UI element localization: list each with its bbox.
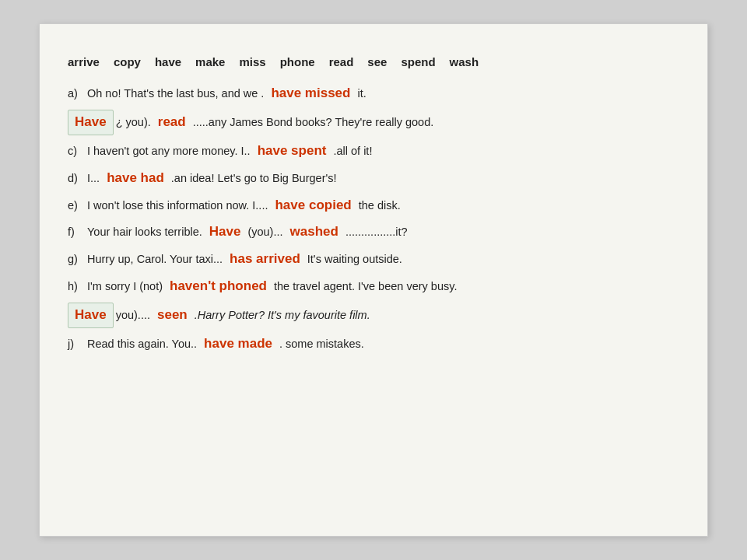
word-box-item: copy — [114, 55, 141, 68]
sentence-row: c)I haven't got any more money. I..have … — [68, 140, 679, 163]
sentence-label: d) — [68, 169, 85, 188]
answer-text: has arrived — [225, 248, 305, 271]
sentence-label: a) — [68, 84, 85, 103]
word-box-item: wash — [450, 55, 479, 68]
sentence-static-text: I... — [87, 169, 100, 188]
answer-box-text: Have — [68, 110, 114, 135]
sentence-static-text: ................it? — [345, 222, 408, 242]
answer-text: seen — [153, 304, 192, 327]
word-box: arrivecopyhavemakemissphonereadseespendw… — [68, 55, 679, 68]
sentence-row: e)I won't lose this information now. I..… — [68, 194, 679, 217]
sentence-row: f)Your hair looks terrible.Have(you)...w… — [68, 221, 679, 243]
word-box-item: read — [329, 55, 354, 68]
sentence-static-text: it. — [357, 84, 366, 103]
word-box-item: arrive — [68, 55, 100, 68]
sentence-label: f) — [68, 222, 85, 242]
word-box-item: see — [367, 55, 387, 68]
sentence-static-text: . some mistakes. — [279, 334, 364, 354]
sentence-static-text: the travel agent. I've been very busy. — [274, 277, 457, 296]
sentence-label: h) — [68, 277, 85, 296]
word-box-item: have — [155, 55, 181, 68]
word-box-item: spend — [401, 55, 435, 68]
sentence-static-text: I haven't got any more money. I.. — [87, 142, 251, 161]
word-box-item: phone — [280, 55, 315, 68]
sentence-label: j) — [68, 334, 85, 354]
sentence-static-text: you).... — [116, 306, 150, 325]
sentence-static-text: the disk. — [359, 196, 401, 215]
sentence-row: d)I...have had.an idea! Let's go to Big … — [68, 167, 679, 190]
sentence-static-text: Your hair looks terrible. — [87, 222, 202, 242]
sentence-static-text: Read this again. You.. — [87, 334, 197, 354]
word-box-item: make — [195, 55, 225, 68]
card: arrivecopyhavemakemissphonereadseespendw… — [39, 23, 708, 537]
sentence-static-text: .Harry Potter? It's my favourite film. — [195, 306, 370, 325]
answer-text: Have — [205, 221, 246, 243]
answer-box-text: Have — [68, 303, 114, 328]
sentence-static-text: (you)... — [247, 222, 282, 242]
sentence-static-text: I won't lose this information now. I.... — [87, 196, 268, 215]
answer-text: have copied — [270, 194, 356, 217]
answer-text: washed — [286, 221, 343, 243]
sentence-static-text: It's waiting outside. — [307, 250, 402, 269]
sentence-row: a)Oh no! That's the last bus, and we .ha… — [68, 82, 679, 105]
sentence-static-text: .....any James Bond books? They're reall… — [193, 113, 434, 132]
sentence-static-text: .all of it! — [333, 142, 372, 161]
sentence-static-text: .an idea! Let's go to Big Burger's! — [171, 169, 337, 188]
answer-text: have spent — [253, 140, 331, 163]
sentence-label: e) — [68, 196, 85, 215]
sentence-static-text: Hurry up, Carol. Your taxi... — [87, 250, 223, 269]
word-box-item: miss — [239, 55, 265, 68]
sentence-label: c) — [68, 142, 85, 161]
answer-text: have had — [102, 167, 169, 190]
sentence-row: j)Read this again. You..have made. some … — [68, 333, 679, 355]
sentences-container: a)Oh no! That's the last bus, and we .ha… — [68, 82, 679, 355]
sentence-static-text: ¿ you). — [116, 113, 151, 132]
sentence-row: Haveyou)....seen.Harry Potter? It's my f… — [68, 303, 679, 328]
answer-text: have made — [199, 333, 277, 355]
answer-text: haven't phoned — [165, 275, 272, 298]
sentence-static-text: Oh no! That's the last bus, and we . — [87, 84, 264, 103]
sentence-row: Have¿ you).read.....any James Bond books… — [68, 110, 679, 135]
sentence-label: g) — [68, 250, 85, 269]
answer-text: have missed — [266, 82, 355, 105]
sentence-row: g)Hurry up, Carol. Your taxi...has arriv… — [68, 248, 679, 271]
answer-text: read — [153, 111, 191, 134]
sentence-static-text: I'm sorry I (not) — [87, 277, 163, 296]
sentence-row: h)I'm sorry I (not)haven't phonedthe tra… — [68, 275, 679, 298]
